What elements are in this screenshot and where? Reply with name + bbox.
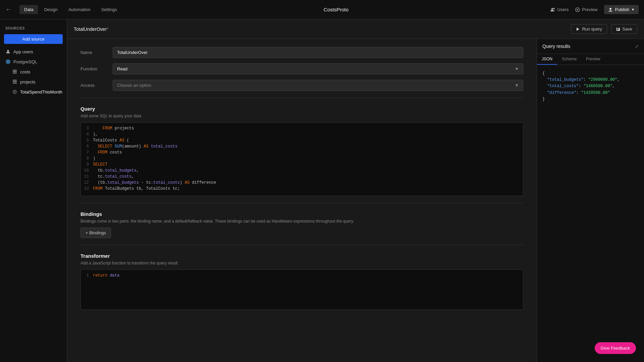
svg-point-4 — [7, 50, 9, 52]
svg-rect-6 — [13, 71, 17, 72]
unsaved-indicator: * — [107, 26, 108, 32]
name-input[interactable] — [113, 47, 523, 58]
code-line-8: 8 ) — [81, 156, 523, 162]
sidebar-item-costs[interactable]: costs — [0, 67, 67, 77]
query-section-desc: Add some SQL to query your data — [80, 114, 523, 118]
sidebar-item-projects[interactable]: projects — [0, 77, 67, 87]
tab-schema[interactable]: Schema — [557, 54, 581, 65]
tab-design[interactable]: Design — [39, 5, 62, 14]
code-line-13: 13 FROM TotalBudgets tb, TotalCosts tc; — [81, 186, 523, 192]
svg-rect-7 — [13, 73, 17, 74]
svg-rect-9 — [13, 81, 17, 82]
give-feedback-button[interactable]: Give Feedback — [595, 342, 636, 354]
expand-icon[interactable]: ⤢ — [635, 44, 639, 49]
content-title: TotalUnderOver* — [74, 26, 109, 32]
users-nav-item[interactable]: Users — [550, 7, 569, 12]
run-query-button[interactable]: Run query — [571, 24, 607, 34]
access-select[interactable]: Choose an option ▼ — [113, 80, 523, 91]
top-nav: ← Data Design Automation Settings CostsP… — [0, 0, 644, 19]
code-line-9: 9 SELECT — [81, 162, 523, 168]
postgres-icon — [5, 59, 11, 64]
header-actions: Run query Save — [571, 24, 637, 34]
code-line-4: 4 ), — [81, 132, 523, 138]
bindings-section-desc: Bindings come in two parts: the binding … — [80, 219, 523, 224]
sidebar-header: Sources — [0, 23, 67, 32]
users-icon — [550, 7, 555, 12]
svg-rect-5 — [13, 70, 17, 71]
person-icon — [5, 49, 11, 54]
preview-nav-item[interactable]: Preview — [575, 7, 597, 12]
code-line-5: 5 TotalCosts AS ( — [81, 138, 523, 144]
query-name: TotalUnderOver — [74, 26, 107, 32]
code-line-11: 11 tc.total_costs, — [81, 174, 523, 180]
json-output: { "total_budgets": "2900000.00", "total_… — [542, 70, 639, 103]
query-results-panel: Query results ⤢ JSON Schema Preview { "t… — [537, 39, 644, 362]
code-line-6: 6 SELECT SUM(amount) AS total_costs — [81, 144, 523, 150]
totalspend-label: TotalSpendThisMonth — [20, 89, 62, 95]
name-form-row: Name — [80, 47, 523, 58]
sql-editor[interactable]: 3 FROM projects 4 ), 5 TotalCosts AS ( 6… — [80, 122, 523, 196]
back-button[interactable]: ← — [5, 6, 11, 13]
access-label: Access — [80, 83, 107, 88]
function-form-row: Function Read ▼ — [80, 63, 523, 74]
save-icon — [616, 27, 620, 31]
preview-label: Preview — [582, 7, 597, 12]
code-line-3: 3 FROM projects — [81, 126, 523, 132]
publish-chevron-icon: ▼ — [631, 8, 635, 11]
function-chevron-icon: ▼ — [515, 66, 519, 71]
query-editor-area: Name Function Read ▼ Access Choose an op… — [67, 39, 537, 362]
nav-tabs: Data Design Automation Settings — [19, 5, 122, 14]
nav-right: Users Preview Publish ▼ — [550, 5, 639, 14]
table-icon — [12, 69, 17, 74]
publish-button[interactable]: Publish ▼ — [604, 5, 639, 14]
svg-point-0 — [551, 8, 553, 9]
sidebar: Sources Add source App users PostgreSQL … — [0, 19, 67, 362]
tab-settings[interactable]: Settings — [97, 5, 122, 14]
query-icon — [12, 89, 17, 95]
svg-rect-8 — [13, 80, 17, 81]
run-icon — [576, 27, 580, 31]
results-tabs: JSON Schema Preview — [537, 54, 644, 65]
query-section-title: Query — [80, 106, 523, 112]
svg-point-1 — [553, 8, 555, 9]
preview-icon — [575, 7, 580, 12]
transformer-editor[interactable]: 1 return data — [80, 269, 523, 310]
tab-automation[interactable]: Automation — [64, 5, 95, 14]
transformer-section-desc: Add a JavaScript function to transform t… — [80, 261, 523, 265]
publish-label: Publish — [615, 7, 629, 12]
access-placeholder: Choose an option — [117, 83, 151, 88]
add-bindings-button[interactable]: + Bindings — [80, 228, 111, 238]
divider-3 — [80, 245, 523, 245]
save-button[interactable]: Save — [611, 24, 637, 34]
results-content: { "total_budgets": "2900000.00", "total_… — [537, 65, 644, 362]
content-area: TotalUnderOver* Run query Save Name — [67, 19, 644, 362]
sidebar-item-app-users[interactable]: App users — [0, 47, 67, 57]
tab-data[interactable]: Data — [19, 5, 38, 14]
function-select[interactable]: Read ▼ — [113, 63, 523, 74]
name-label: Name — [80, 50, 107, 55]
access-chevron-icon: ▼ — [515, 83, 519, 88]
run-query-label: Run query — [582, 26, 602, 32]
bindings-section-title: Bindings — [80, 211, 523, 217]
results-header: Query results ⤢ — [537, 39, 644, 54]
transformer-line-1: 1 return data — [81, 273, 523, 279]
tab-json[interactable]: JSON — [537, 54, 557, 65]
divider-1 — [80, 98, 523, 98]
function-value: Read — [117, 66, 127, 71]
table-icon-2 — [12, 79, 17, 84]
function-label: Function — [80, 66, 107, 71]
sidebar-item-totalspend[interactable]: TotalSpendThisMonth — [0, 87, 67, 97]
tab-preview[interactable]: Preview — [581, 54, 605, 65]
main-layout: Sources Add source App users PostgreSQL … — [0, 19, 644, 362]
app-users-label: App users — [13, 49, 33, 54]
projects-label: projects — [20, 79, 36, 84]
publish-icon — [608, 7, 613, 12]
main-content: Name Function Read ▼ Access Choose an op… — [67, 39, 644, 362]
divider-2 — [80, 203, 523, 203]
save-label: Save — [622, 26, 632, 32]
transformer-section-title: Transformer — [80, 253, 523, 259]
code-line-7: 7 FROM costs — [81, 150, 523, 156]
sidebar-item-postgresql[interactable]: PostgreSQL — [0, 57, 67, 67]
svg-rect-10 — [13, 83, 17, 84]
add-source-button[interactable]: Add source — [4, 34, 63, 44]
